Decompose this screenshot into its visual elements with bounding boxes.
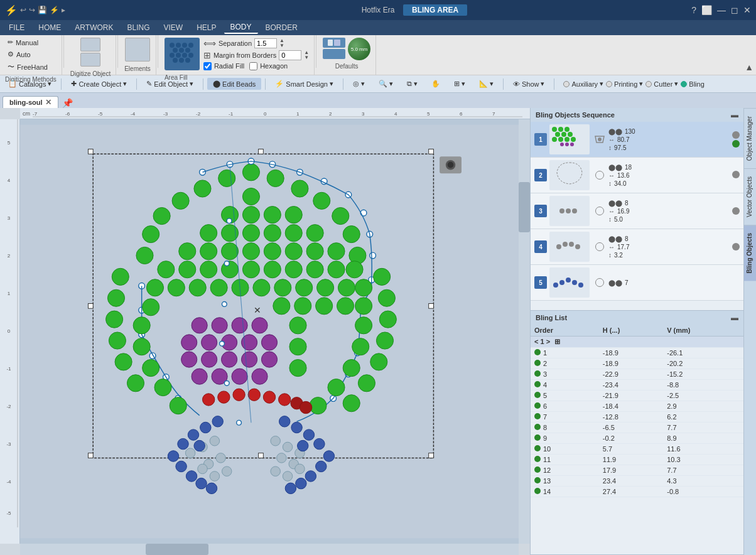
restore-button[interactable]: ⬜ xyxy=(701,5,712,15)
redo-icon[interactable]: ↪ xyxy=(29,6,35,14)
bling-list-row[interactable]: 1323.44.3 xyxy=(531,476,743,487)
measure-btn[interactable]: 📐 ▾ xyxy=(473,78,499,90)
lasso-btn[interactable]: ◎ ▾ xyxy=(347,78,370,90)
radial-fill-check[interactable]: Radial Fill xyxy=(203,62,244,70)
svg-point-66 xyxy=(143,226,159,243)
edit-beads-btn[interactable]: ⬤ Edit Beads xyxy=(207,78,261,90)
hexagon-checkbox[interactable] xyxy=(249,62,257,70)
grid-btn[interactable]: ⊞ ▾ xyxy=(448,78,471,90)
bling-list-row[interactable]: 8-6.57.7 xyxy=(531,423,743,433)
bling-list-row[interactable]: 105.711.6 xyxy=(531,444,743,455)
margin-spinner[interactable]: ▲▼ xyxy=(304,50,309,60)
copy-btn[interactable]: ⧉ ▾ xyxy=(401,78,423,90)
svg-point-158 xyxy=(181,352,197,367)
bling-list-row[interactable]: 1217.97.7 xyxy=(531,465,743,476)
toolbar-collapse[interactable]: ▲ xyxy=(742,35,756,75)
scroll-vertical[interactable] xyxy=(519,119,530,544)
bling-radio[interactable]: Bling xyxy=(681,80,704,88)
bling-list-row[interactable]: 1111.910.3 xyxy=(531,455,743,465)
svg-point-253 xyxy=(569,242,574,247)
bling-list-row[interactable]: 5-21.9-2.5 xyxy=(531,391,743,401)
freehand-btn[interactable]: 〜 FreeHand xyxy=(5,62,57,72)
svg-point-239 xyxy=(568,132,573,137)
canvas-content[interactable]: ✕ xyxy=(20,119,519,544)
defaults-save-icon[interactable] xyxy=(323,38,345,48)
defaults-icon2[interactable] xyxy=(323,49,345,59)
count-val-4: 8 xyxy=(625,235,629,242)
help-button[interactable]: ? xyxy=(691,5,696,15)
obj-num-2: 2 xyxy=(534,169,547,181)
hand-btn[interactable]: ✋ xyxy=(426,78,446,90)
side-tab-bling-objects[interactable]: Bling Objects xyxy=(744,225,756,281)
cutter-radio[interactable]: Cutter ▾ xyxy=(645,80,678,88)
menu-file[interactable]: FILE xyxy=(3,22,31,33)
menu-view[interactable]: VIEW xyxy=(157,22,189,33)
manual-btn[interactable]: ✏ Manual xyxy=(5,38,57,47)
svg-point-154 xyxy=(202,335,217,350)
svg-point-152 xyxy=(252,318,267,333)
bling-obj-2[interactable]: 2 ⬤⬤ 18 ↔ xyxy=(531,158,743,193)
margin-input[interactable] xyxy=(279,50,301,60)
svg-point-210 xyxy=(316,461,327,471)
scroll-horizontal[interactable] xyxy=(20,544,519,555)
separation-spinner[interactable]: ▲▼ xyxy=(279,38,284,48)
bling-list-row[interactable]: 2-18.9-20.2 xyxy=(531,358,743,369)
printing-radio[interactable]: Printing ▾ xyxy=(606,80,643,88)
auxiliary-radio[interactable]: Auxiliary ▾ xyxy=(563,80,603,88)
tab-bling-soul[interactable]: bling-soul ✕ xyxy=(3,96,58,108)
order-dot xyxy=(534,488,541,494)
shapes-btn2[interactable] xyxy=(80,53,100,67)
svg-point-142 xyxy=(154,379,171,396)
margin-row: ⊞ Margin from Borders ▲▼ xyxy=(203,50,309,60)
smart-design-btn[interactable]: ⚡ Smart Design ▾ xyxy=(269,78,339,90)
catalogs-btn[interactable]: 📋 Catalogs ▾ xyxy=(3,78,57,90)
bling-list-row[interactable]: 9-0.28.9 xyxy=(531,433,743,444)
tab-close[interactable]: ✕ xyxy=(45,98,51,107)
edit-object-btn[interactable]: ✎ Edit Object ▾ xyxy=(141,78,199,90)
svg-point-59 xyxy=(267,170,284,186)
radial-fill-checkbox[interactable] xyxy=(203,62,212,70)
side-tab-vector-objects[interactable]: Vector Objects xyxy=(744,168,756,225)
menu-artwork[interactable]: ARTWORK xyxy=(68,22,119,33)
bling-list-row[interactable]: 4-23.4-8.8 xyxy=(531,380,743,391)
bling-list-content[interactable]: Order H (...) V (mm) < 1 > xyxy=(531,325,743,554)
svg-text:2: 2 xyxy=(8,253,11,259)
save-icon[interactable]: 💾 xyxy=(38,6,47,14)
menu-bling[interactable]: BLING xyxy=(121,22,156,33)
auto-btn[interactable]: ⚙ Auto xyxy=(5,50,57,59)
bling-area-button[interactable]: BLING AREA xyxy=(403,4,467,16)
hexagon-check[interactable]: Hexagon xyxy=(249,62,288,70)
maximize-button[interactable]: ◻ xyxy=(731,5,738,15)
show-btn[interactable]: 👁 Show ▾ xyxy=(507,78,551,90)
shapes-btn[interactable] xyxy=(80,38,100,51)
bling-objects-list[interactable]: 1 xyxy=(531,122,743,310)
v-icon-2: ↕ xyxy=(608,180,612,187)
tab-pin[interactable]: 📌 xyxy=(62,98,73,108)
undo-icon[interactable]: ↩ xyxy=(20,6,26,14)
ruler-v-svg: 5 4 3 2 1 0 -1 -2 -3 -4 -5 xyxy=(0,119,20,527)
bling-list-row[interactable]: 3-22.9-15.2 xyxy=(531,369,743,380)
menu-home[interactable]: HOME xyxy=(32,22,67,33)
bling-list-row[interactable]: 6-18.42.9 xyxy=(531,401,743,412)
bolt-icon[interactable]: ⚡ xyxy=(50,6,59,14)
bling-obj-1[interactable]: 1 xyxy=(531,122,743,158)
menu-border[interactable]: BORDER xyxy=(259,22,304,33)
bling-obj-4[interactable]: 4 ⬤⬤ xyxy=(531,229,743,265)
bling-obj-5[interactable]: 5 ⬤⬤ xyxy=(531,265,743,301)
zoom-btn[interactable]: 🔍 ▾ xyxy=(373,78,399,90)
bling-list-row[interactable]: 7-12.86.2 xyxy=(531,412,743,423)
menu-body[interactable]: BODY xyxy=(224,21,258,34)
close-button[interactable]: ✕ xyxy=(743,5,751,15)
minimize-button[interactable]: — xyxy=(717,5,726,15)
bling-list-collapse[interactable]: ▬ xyxy=(731,313,738,322)
canvas-area[interactable]: cm -7 -6 -5 -4 -3 -2 -1 0 1 2 3 4 xyxy=(0,108,530,555)
bling-list-row[interactable]: 1-18.9-26.1 xyxy=(531,348,743,358)
more-icon[interactable]: ▸ xyxy=(62,6,65,14)
bling-obj-3[interactable]: 3 ⬤⬤ 8 xyxy=(531,193,743,229)
menu-help[interactable]: HELP xyxy=(190,22,222,33)
bling-list-row[interactable]: 1427.4-0.8 xyxy=(531,487,743,497)
bling-objects-collapse[interactable]: ▬ xyxy=(731,110,738,119)
create-object-btn[interactable]: ✚ Create Object ▾ xyxy=(65,78,132,90)
separation-input[interactable] xyxy=(254,38,277,48)
side-tab-object-manager[interactable]: Object Manager xyxy=(744,108,756,168)
